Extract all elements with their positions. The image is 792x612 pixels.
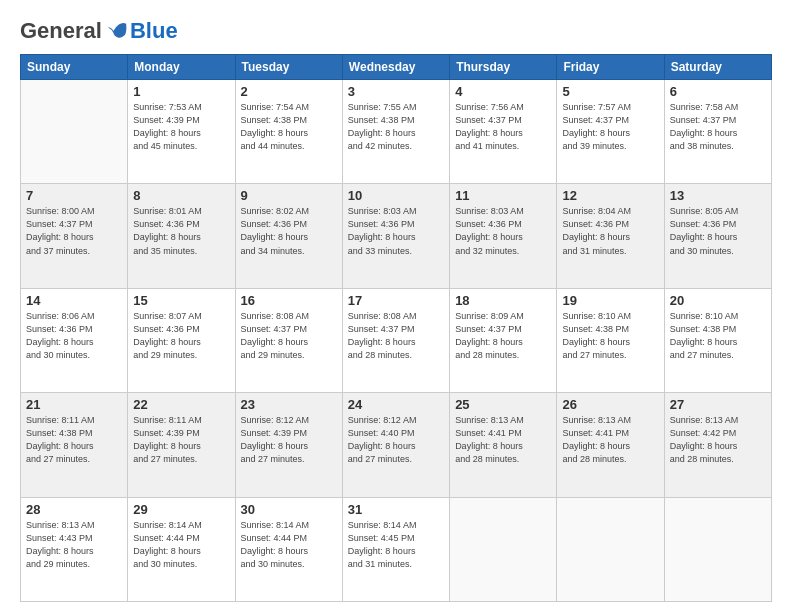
day-number: 23 <box>241 397 337 412</box>
calendar-cell: 9Sunrise: 8:02 AM Sunset: 4:36 PM Daylig… <box>235 184 342 288</box>
calendar-cell: 14Sunrise: 8:06 AM Sunset: 4:36 PM Dayli… <box>21 288 128 392</box>
calendar-cell: 29Sunrise: 8:14 AM Sunset: 4:44 PM Dayli… <box>128 497 235 601</box>
day-info: Sunrise: 8:13 AM Sunset: 4:41 PM Dayligh… <box>562 414 658 466</box>
calendar-cell <box>557 497 664 601</box>
calendar-cell: 26Sunrise: 8:13 AM Sunset: 4:41 PM Dayli… <box>557 393 664 497</box>
day-info: Sunrise: 8:01 AM Sunset: 4:36 PM Dayligh… <box>133 205 229 257</box>
day-number: 1 <box>133 84 229 99</box>
calendar-cell: 19Sunrise: 8:10 AM Sunset: 4:38 PM Dayli… <box>557 288 664 392</box>
calendar-cell: 23Sunrise: 8:12 AM Sunset: 4:39 PM Dayli… <box>235 393 342 497</box>
col-wednesday: Wednesday <box>342 55 449 80</box>
day-info: Sunrise: 8:10 AM Sunset: 4:38 PM Dayligh… <box>562 310 658 362</box>
day-info: Sunrise: 7:54 AM Sunset: 4:38 PM Dayligh… <box>241 101 337 153</box>
day-info: Sunrise: 8:14 AM Sunset: 4:44 PM Dayligh… <box>241 519 337 571</box>
calendar-cell: 6Sunrise: 7:58 AM Sunset: 4:37 PM Daylig… <box>664 80 771 184</box>
day-info: Sunrise: 8:03 AM Sunset: 4:36 PM Dayligh… <box>455 205 551 257</box>
day-number: 31 <box>348 502 444 517</box>
day-info: Sunrise: 8:08 AM Sunset: 4:37 PM Dayligh… <box>241 310 337 362</box>
day-info: Sunrise: 8:11 AM Sunset: 4:38 PM Dayligh… <box>26 414 122 466</box>
day-info: Sunrise: 8:07 AM Sunset: 4:36 PM Dayligh… <box>133 310 229 362</box>
day-info: Sunrise: 8:14 AM Sunset: 4:45 PM Dayligh… <box>348 519 444 571</box>
logo-bird-icon <box>106 20 128 42</box>
calendar-cell: 27Sunrise: 8:13 AM Sunset: 4:42 PM Dayli… <box>664 393 771 497</box>
calendar-cell <box>450 497 557 601</box>
calendar-week-row: 7Sunrise: 8:00 AM Sunset: 4:37 PM Daylig… <box>21 184 772 288</box>
day-info: Sunrise: 8:13 AM Sunset: 4:41 PM Dayligh… <box>455 414 551 466</box>
calendar-cell: 28Sunrise: 8:13 AM Sunset: 4:43 PM Dayli… <box>21 497 128 601</box>
calendar-cell: 21Sunrise: 8:11 AM Sunset: 4:38 PM Dayli… <box>21 393 128 497</box>
calendar-cell: 1Sunrise: 7:53 AM Sunset: 4:39 PM Daylig… <box>128 80 235 184</box>
weekday-header-row: Sunday Monday Tuesday Wednesday Thursday… <box>21 55 772 80</box>
day-number: 29 <box>133 502 229 517</box>
calendar-cell <box>664 497 771 601</box>
day-number: 3 <box>348 84 444 99</box>
day-info: Sunrise: 8:06 AM Sunset: 4:36 PM Dayligh… <box>26 310 122 362</box>
day-number: 30 <box>241 502 337 517</box>
col-friday: Friday <box>557 55 664 80</box>
day-number: 26 <box>562 397 658 412</box>
day-number: 15 <box>133 293 229 308</box>
calendar-page: General Blue Sunday Monday Tuesday Wedne… <box>0 0 792 612</box>
day-number: 9 <box>241 188 337 203</box>
calendar-week-row: 28Sunrise: 8:13 AM Sunset: 4:43 PM Dayli… <box>21 497 772 601</box>
col-monday: Monday <box>128 55 235 80</box>
day-number: 28 <box>26 502 122 517</box>
day-info: Sunrise: 7:53 AM Sunset: 4:39 PM Dayligh… <box>133 101 229 153</box>
calendar-week-row: 14Sunrise: 8:06 AM Sunset: 4:36 PM Dayli… <box>21 288 772 392</box>
day-number: 25 <box>455 397 551 412</box>
day-number: 22 <box>133 397 229 412</box>
day-number: 19 <box>562 293 658 308</box>
day-info: Sunrise: 8:13 AM Sunset: 4:43 PM Dayligh… <box>26 519 122 571</box>
calendar-cell: 4Sunrise: 7:56 AM Sunset: 4:37 PM Daylig… <box>450 80 557 184</box>
day-number: 20 <box>670 293 766 308</box>
calendar-week-row: 1Sunrise: 7:53 AM Sunset: 4:39 PM Daylig… <box>21 80 772 184</box>
day-info: Sunrise: 8:13 AM Sunset: 4:42 PM Dayligh… <box>670 414 766 466</box>
col-saturday: Saturday <box>664 55 771 80</box>
calendar-cell: 3Sunrise: 7:55 AM Sunset: 4:38 PM Daylig… <box>342 80 449 184</box>
calendar-cell: 10Sunrise: 8:03 AM Sunset: 4:36 PM Dayli… <box>342 184 449 288</box>
day-number: 18 <box>455 293 551 308</box>
day-info: Sunrise: 8:05 AM Sunset: 4:36 PM Dayligh… <box>670 205 766 257</box>
calendar-cell <box>21 80 128 184</box>
logo-text: General Blue <box>20 18 178 44</box>
calendar-cell: 8Sunrise: 8:01 AM Sunset: 4:36 PM Daylig… <box>128 184 235 288</box>
calendar-cell: 15Sunrise: 8:07 AM Sunset: 4:36 PM Dayli… <box>128 288 235 392</box>
calendar-cell: 7Sunrise: 8:00 AM Sunset: 4:37 PM Daylig… <box>21 184 128 288</box>
logo: General Blue <box>20 18 178 44</box>
calendar-cell: 16Sunrise: 8:08 AM Sunset: 4:37 PM Dayli… <box>235 288 342 392</box>
day-number: 14 <box>26 293 122 308</box>
day-number: 16 <box>241 293 337 308</box>
day-info: Sunrise: 8:00 AM Sunset: 4:37 PM Dayligh… <box>26 205 122 257</box>
calendar-cell: 22Sunrise: 8:11 AM Sunset: 4:39 PM Dayli… <box>128 393 235 497</box>
logo-blue: Blue <box>130 18 178 44</box>
calendar-cell: 31Sunrise: 8:14 AM Sunset: 4:45 PM Dayli… <box>342 497 449 601</box>
day-info: Sunrise: 8:04 AM Sunset: 4:36 PM Dayligh… <box>562 205 658 257</box>
calendar-cell: 12Sunrise: 8:04 AM Sunset: 4:36 PM Dayli… <box>557 184 664 288</box>
day-info: Sunrise: 8:08 AM Sunset: 4:37 PM Dayligh… <box>348 310 444 362</box>
day-number: 4 <box>455 84 551 99</box>
calendar-cell: 11Sunrise: 8:03 AM Sunset: 4:36 PM Dayli… <box>450 184 557 288</box>
day-info: Sunrise: 7:55 AM Sunset: 4:38 PM Dayligh… <box>348 101 444 153</box>
day-info: Sunrise: 8:10 AM Sunset: 4:38 PM Dayligh… <box>670 310 766 362</box>
day-info: Sunrise: 8:11 AM Sunset: 4:39 PM Dayligh… <box>133 414 229 466</box>
calendar-cell: 5Sunrise: 7:57 AM Sunset: 4:37 PM Daylig… <box>557 80 664 184</box>
day-info: Sunrise: 8:12 AM Sunset: 4:40 PM Dayligh… <box>348 414 444 466</box>
calendar-cell: 24Sunrise: 8:12 AM Sunset: 4:40 PM Dayli… <box>342 393 449 497</box>
calendar-cell: 20Sunrise: 8:10 AM Sunset: 4:38 PM Dayli… <box>664 288 771 392</box>
col-tuesday: Tuesday <box>235 55 342 80</box>
day-info: Sunrise: 8:12 AM Sunset: 4:39 PM Dayligh… <box>241 414 337 466</box>
col-sunday: Sunday <box>21 55 128 80</box>
day-number: 10 <box>348 188 444 203</box>
day-info: Sunrise: 8:02 AM Sunset: 4:36 PM Dayligh… <box>241 205 337 257</box>
page-header: General Blue <box>20 18 772 44</box>
day-number: 13 <box>670 188 766 203</box>
day-info: Sunrise: 8:09 AM Sunset: 4:37 PM Dayligh… <box>455 310 551 362</box>
day-number: 12 <box>562 188 658 203</box>
calendar-cell: 2Sunrise: 7:54 AM Sunset: 4:38 PM Daylig… <box>235 80 342 184</box>
day-info: Sunrise: 7:56 AM Sunset: 4:37 PM Dayligh… <box>455 101 551 153</box>
calendar-table: Sunday Monday Tuesday Wednesday Thursday… <box>20 54 772 602</box>
day-info: Sunrise: 7:58 AM Sunset: 4:37 PM Dayligh… <box>670 101 766 153</box>
day-number: 24 <box>348 397 444 412</box>
day-info: Sunrise: 8:14 AM Sunset: 4:44 PM Dayligh… <box>133 519 229 571</box>
logo-general: General <box>20 18 102 44</box>
